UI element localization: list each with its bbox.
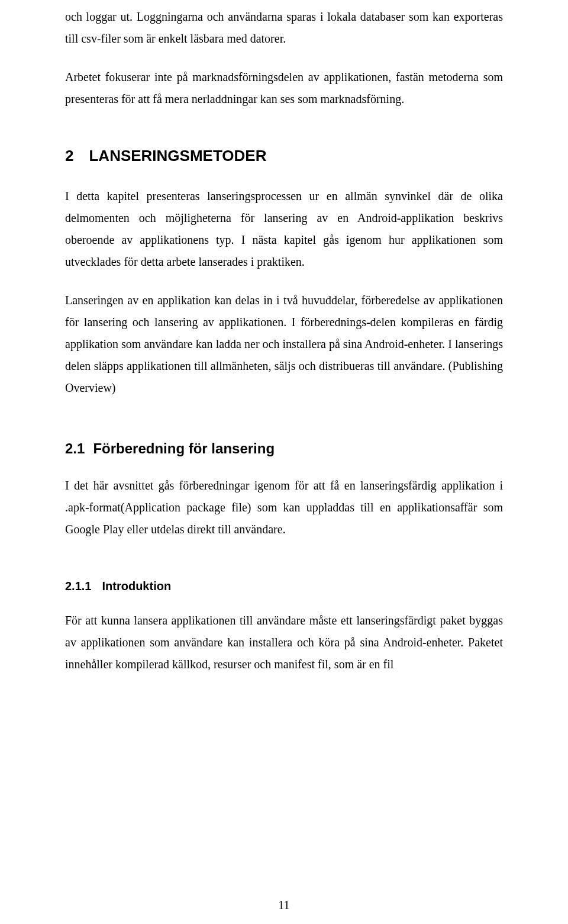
heading-chapter-2-title: LANSERINGSMETODER — [89, 147, 266, 165]
paragraph-chapter2-2: Lanseringen av en applikation kan delas … — [65, 289, 503, 399]
paragraph-intro-2: Arbetet fokuserar inte på marknadsförnin… — [65, 66, 503, 110]
heading-subsection-2-1-1: 2.1.1Introduktion — [65, 579, 503, 593]
document-page: och loggar ut. Loggningarna och användar… — [0, 0, 568, 924]
paragraph-intro-1: och loggar ut. Loggningarna och användar… — [65, 6, 503, 50]
paragraph-section21-1: I det här avsnittet gås förberedningar i… — [65, 475, 503, 540]
heading-subsection-2-1-1-number: 2.1.1 — [65, 579, 91, 593]
paragraph-sub211-1: För att kunna lansera applikationen till… — [65, 610, 503, 675]
heading-chapter-2: 2LANSERINGSMETODER — [65, 147, 503, 165]
heading-section-2-1-number: 2.1 — [65, 440, 85, 457]
heading-section-2-1: 2.1Förberedning för lansering — [65, 440, 503, 457]
heading-chapter-2-number: 2 — [65, 147, 73, 165]
heading-section-2-1-title: Förberedning för lansering — [93, 440, 275, 456]
paragraph-chapter2-1: I detta kapitel presenteras lanseringspr… — [65, 185, 503, 273]
heading-subsection-2-1-1-title: Introduktion — [102, 579, 171, 593]
page-number: 11 — [0, 899, 568, 912]
